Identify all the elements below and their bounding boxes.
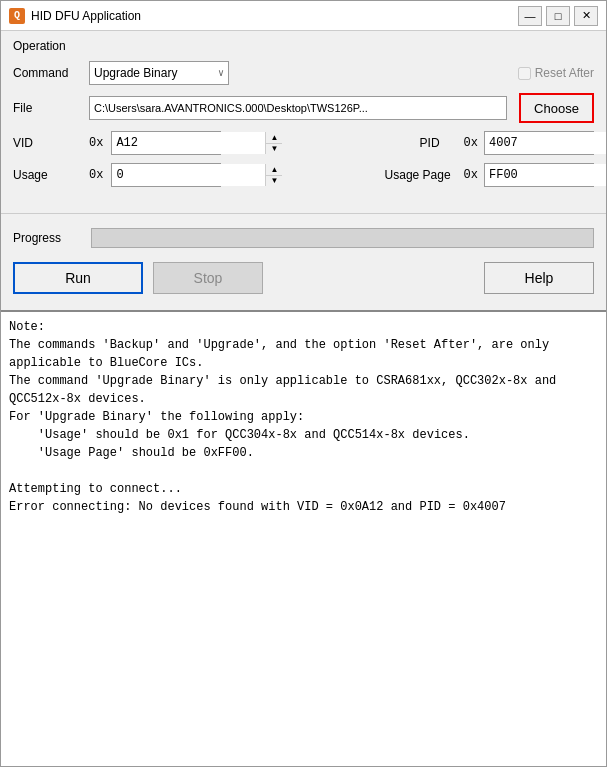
usage-page-input[interactable] (485, 164, 606, 186)
log-panel: Note: The commands 'Backup' and 'Upgrade… (1, 310, 606, 766)
progress-row: Progress (13, 228, 594, 248)
file-path-display: C:\Users\sara.AVANTRONICS.000\Desktop\TW… (89, 96, 507, 120)
command-label: Command (13, 66, 83, 80)
pid-hex-prefix: 0x (464, 136, 478, 150)
close-button[interactable]: ✕ (574, 6, 598, 26)
vid-arrows: ▲ ▼ (265, 132, 282, 154)
reset-after-wrapper: Reset After (518, 66, 594, 80)
progress-label: Progress (13, 231, 83, 245)
usage-page-group: Usage Page 0x ▲ ▼ (385, 163, 594, 187)
pid-input[interactable] (485, 132, 606, 154)
usage-page-hex-prefix: 0x (464, 168, 478, 182)
usage-label: Usage (13, 168, 83, 182)
vid-label: VID (13, 136, 83, 150)
usage-spinbox[interactable]: ▲ ▼ (111, 163, 221, 187)
vid-spinbox[interactable]: ▲ ▼ (111, 131, 221, 155)
panel-title: Operation (13, 39, 594, 53)
operation-panel: Operation Command Upgrade Binary ∨ Reset… (1, 31, 606, 207)
divider-1 (1, 213, 606, 214)
minimize-button[interactable]: — (518, 6, 542, 26)
file-label: File (13, 101, 83, 115)
usage-page-label: Usage Page (385, 168, 460, 182)
usage-spin-down[interactable]: ▼ (266, 175, 282, 187)
vid-hex-prefix: 0x (89, 136, 103, 150)
chevron-down-icon: ∨ (218, 67, 224, 79)
main-content: Operation Command Upgrade Binary ∨ Reset… (1, 31, 606, 766)
window-title: HID DFU Application (31, 9, 518, 23)
progress-bar-container (91, 228, 594, 248)
pid-group: PID 0x ▲ ▼ (420, 131, 594, 155)
maximize-button[interactable]: □ (546, 6, 570, 26)
help-button[interactable]: Help (484, 262, 594, 294)
pid-spinbox[interactable]: ▲ ▼ (484, 131, 594, 155)
usage-spin-up[interactable]: ▲ (266, 164, 282, 175)
pid-label: PID (420, 136, 460, 150)
usage-page-spinbox[interactable]: ▲ ▼ (484, 163, 594, 187)
app-window: Q HID DFU Application — □ ✕ Operation Co… (0, 0, 607, 767)
choose-button[interactable]: Choose (519, 93, 594, 123)
vid-spin-down[interactable]: ▼ (266, 143, 282, 155)
command-row: Command Upgrade Binary ∨ Reset After (13, 61, 594, 85)
app-icon: Q (9, 8, 25, 24)
reset-after-label: Reset After (535, 66, 594, 80)
usage-row: Usage 0x ▲ ▼ Usage Page 0x ▲ (13, 163, 594, 187)
run-button[interactable]: Run (13, 262, 143, 294)
title-bar: Q HID DFU Application — □ ✕ (1, 1, 606, 31)
file-row: File C:\Users\sara.AVANTRONICS.000\Deskt… (13, 93, 594, 123)
usage-arrows: ▲ ▼ (265, 164, 282, 186)
usage-input[interactable] (112, 164, 265, 186)
command-dropdown[interactable]: Upgrade Binary ∨ (89, 61, 229, 85)
vid-spin-up[interactable]: ▲ (266, 132, 282, 143)
reset-after-checkbox[interactable] (518, 67, 531, 80)
button-row: Run Stop Help (13, 258, 594, 302)
command-value: Upgrade Binary (94, 66, 218, 80)
progress-panel: Progress Run Stop Help (1, 220, 606, 310)
title-controls: — □ ✕ (518, 6, 598, 26)
vid-input[interactable] (112, 132, 265, 154)
usage-hex-prefix: 0x (89, 168, 103, 182)
vid-pid-row: VID 0x ▲ ▼ PID 0x ▲ ▼ (13, 131, 594, 155)
stop-button[interactable]: Stop (153, 262, 263, 294)
